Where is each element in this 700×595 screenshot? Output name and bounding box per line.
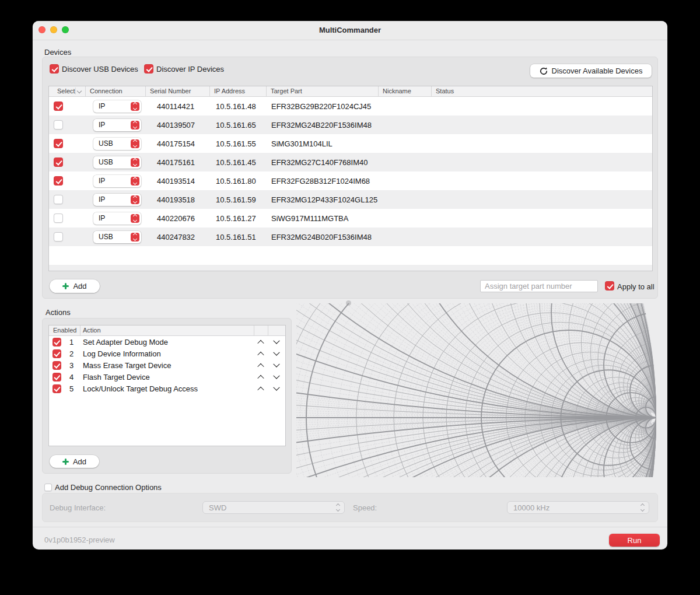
ip-address-cell: 10.5.161.80: [210, 177, 267, 186]
move-down-button[interactable]: [268, 373, 285, 382]
target-part-cell: EFR32MG27C140F768IM40: [267, 158, 379, 167]
devices-groupbox: Discover USB Devices Discover IP Devices…: [42, 57, 658, 299]
target-part-cell: EFR32MG24B220F1536IM48: [267, 121, 379, 130]
up-down-chevrons-icon: [131, 214, 139, 223]
chevron-down-icon: [273, 349, 279, 355]
up-down-chevrons-icon: [131, 233, 139, 242]
row-select-checkbox[interactable]: [54, 195, 63, 204]
connection-dropdown[interactable]: USB: [93, 138, 141, 150]
action-row: 1 Set Adapter Debug Mode: [49, 336, 285, 348]
move-up-button[interactable]: [254, 338, 268, 346]
row-select-checkbox[interactable]: [54, 102, 63, 111]
action-row: 2 Log Device Information: [49, 348, 285, 359]
row-select-checkbox[interactable]: [54, 214, 63, 223]
add-action-button[interactable]: Add: [50, 455, 99, 468]
header-select[interactable]: Select: [49, 86, 86, 96]
plus-icon: [62, 283, 69, 289]
move-up-button[interactable]: [254, 349, 268, 358]
connection-dropdown[interactable]: USB: [93, 156, 141, 169]
device-row: USB 440175154 10.5.161.55 SiMG301M104LIL: [49, 134, 652, 153]
action-enabled-checkbox[interactable]: [52, 361, 61, 370]
header-nickname[interactable]: Nickname: [379, 86, 432, 96]
up-down-chevrons-icon: [131, 139, 139, 148]
move-up-button[interactable]: [254, 361, 268, 370]
discover-ip-checkbox[interactable]: [144, 64, 153, 74]
add-device-label: Add: [73, 282, 86, 290]
connection-dropdown[interactable]: IP: [93, 175, 141, 187]
row-select-checkbox[interactable]: [54, 158, 63, 167]
move-up-button[interactable]: [254, 373, 268, 382]
connection-dropdown[interactable]: USB: [93, 231, 141, 243]
target-part-cell: EFR32BG29B220F1024CJ45: [267, 102, 379, 111]
apply-to-all-checkbox[interactable]: [605, 281, 614, 290]
discover-usb-checkbox[interactable]: [50, 64, 59, 74]
ip-address-cell: 10.5.161.59: [210, 195, 267, 204]
discover-available-devices-button[interactable]: Discover Available Devices: [530, 64, 652, 78]
chevron-down-icon: [273, 372, 279, 379]
action-number: 4: [65, 373, 80, 382]
row-select-checkbox[interactable]: [54, 176, 63, 186]
connection-value: USB: [99, 233, 113, 241]
row-select-checkbox[interactable]: [54, 120, 63, 130]
assign-target-part-input[interactable]: [480, 280, 598, 292]
connection-value: IP: [99, 121, 105, 129]
header-ip-address[interactable]: IP Address: [210, 86, 267, 96]
target-part-cell: SiMG301M104LIL: [267, 139, 379, 148]
add-debug-options-label: Add Debug Connection Options: [55, 483, 162, 492]
up-down-chevrons-icon: [131, 158, 139, 167]
version-text: 0v1p0b1952-preview: [44, 536, 115, 544]
chevron-down-icon: [77, 89, 82, 93]
action-enabled-checkbox[interactable]: [52, 373, 61, 382]
chevron-up-icon: [257, 351, 264, 358]
header-status[interactable]: Status: [432, 86, 652, 96]
action-enabled-checkbox[interactable]: [52, 338, 61, 346]
header-connection[interactable]: Connection: [86, 86, 146, 96]
actions-groupbox: Enabled Action 1 Set Adapter Debug Mode …: [42, 318, 292, 474]
serial-number-cell: 440175154: [146, 139, 210, 148]
move-down-button[interactable]: [268, 361, 285, 370]
connection-dropdown[interactable]: IP: [93, 119, 141, 131]
add-device-button[interactable]: Add: [50, 279, 100, 293]
serial-number-cell: 440139507: [146, 121, 210, 130]
header-move-down: [268, 326, 285, 335]
up-down-chevrons-icon: [131, 102, 139, 111]
action-enabled-checkbox[interactable]: [52, 349, 61, 358]
chevron-down-icon: [273, 337, 279, 344]
header-move-up: [254, 326, 268, 335]
connection-dropdown[interactable]: IP: [93, 194, 141, 206]
header-serial-number[interactable]: Serial Number: [146, 86, 210, 96]
run-button[interactable]: Run: [609, 534, 660, 547]
connection-dropdown[interactable]: IP: [93, 212, 141, 225]
serial-number-cell: 440193518: [146, 195, 210, 204]
move-down-button[interactable]: [268, 349, 285, 358]
chevron-up-icon: [257, 374, 264, 381]
serial-number-cell: 440175161: [146, 158, 210, 167]
device-row: IP 440193518 10.5.161.59 EFR32MG12P433F1…: [49, 190, 652, 209]
header-target-part[interactable]: Target Part: [267, 86, 379, 96]
move-up-button[interactable]: [254, 384, 268, 393]
action-row: 3 Mass Erase Target Device: [49, 359, 285, 371]
connection-value: IP: [99, 195, 105, 204]
row-select-checkbox[interactable]: [54, 232, 63, 242]
debug-interface-dropdown[interactable]: SWD: [202, 501, 345, 514]
action-enabled-checkbox[interactable]: [52, 384, 61, 393]
connection-value: IP: [99, 214, 105, 222]
row-select-checkbox[interactable]: [54, 139, 63, 148]
add-action-label: Add: [73, 457, 86, 466]
ip-address-cell: 10.5.161.65: [210, 121, 267, 130]
add-debug-options-checkbox[interactable]: [44, 484, 52, 491]
action-row: 5 Lock/Unlock Target Debug Access: [49, 383, 285, 394]
connection-value: IP: [99, 102, 105, 110]
action-label: Mass Erase Target Device: [80, 361, 254, 370]
title-bar: MultiCommander: [33, 21, 667, 40]
action-number: 3: [65, 361, 80, 370]
arrow-clockwise-icon: [540, 67, 548, 75]
serial-number-cell: 440247832: [146, 233, 210, 242]
serial-number-cell: 440114421: [146, 102, 210, 111]
chevron-up-icon: [257, 340, 264, 346]
move-down-button[interactable]: [268, 338, 285, 346]
move-down-button[interactable]: [268, 384, 285, 393]
speed-dropdown[interactable]: 10000 kHz: [507, 501, 649, 514]
connection-dropdown[interactable]: IP: [93, 100, 141, 113]
discover-ip-label: Discover IP Devices: [156, 65, 224, 74]
